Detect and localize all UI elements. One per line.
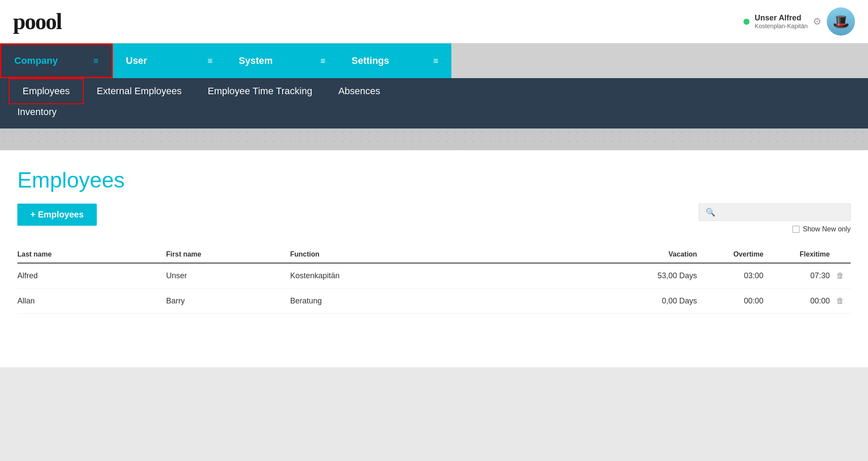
col-header-action: [836, 246, 851, 263]
hamburger-icon-company: ≡: [93, 56, 99, 66]
tab-system[interactable]: System ≡: [226, 43, 339, 78]
cell-vacation-0: 53,00 Days: [621, 263, 704, 289]
user-role: Kostenplan-Kapitän: [755, 23, 808, 30]
search-input[interactable]: [719, 208, 844, 216]
gear-icon[interactable]: ⚙: [813, 16, 822, 27]
user-name: Unser Alfred: [755, 13, 808, 23]
cell-flexitime-0: 07:30: [770, 263, 836, 289]
search-box: 🔍: [699, 204, 851, 221]
tab-system-label: System: [239, 55, 273, 66]
sub-nav-absences[interactable]: Absences: [325, 79, 393, 103]
table-header: Last name First name Function Vacation O…: [17, 246, 851, 263]
user-info: Unser Alfred Kostenplan-Kapitän ⚙ 🎩: [743, 7, 855, 36]
cell-vacation-1: 0,00 Days: [621, 289, 704, 314]
sub-nav-employee-time-tracking[interactable]: Employee Time Tracking: [195, 79, 326, 103]
tab-company[interactable]: Company ≡: [0, 43, 113, 78]
cell-function-1: Beratung: [290, 289, 621, 314]
cell-function-0: Kostenkapitän: [290, 263, 621, 289]
col-header-firstname: First name: [166, 246, 290, 263]
tab-company-label: Company: [14, 55, 58, 66]
employee-table: Last name First name Function Vacation O…: [17, 246, 851, 314]
tab-settings[interactable]: Settings ≡: [339, 43, 451, 78]
user-details: Unser Alfred Kostenplan-Kapitän: [755, 13, 808, 30]
tab-empty: [451, 43, 868, 78]
col-header-function: Function: [290, 246, 621, 263]
show-new-only-checkbox[interactable]: [792, 226, 799, 233]
sub-nav-employees[interactable]: Employees: [9, 78, 84, 104]
col-header-lastname: Last name: [17, 246, 166, 263]
table-body: Alfred Unser Kostenkapitän 53,00 Days 03…: [17, 263, 851, 314]
user-status-dot: [743, 19, 750, 25]
top-nav: Company ≡ User ≡ System ≡ Settings ≡: [0, 43, 868, 78]
show-new-only-label: Show New only: [803, 225, 851, 233]
cell-overtime-1: 00:00: [704, 289, 770, 314]
sub-nav-row1: Employees External Employees Employee Ti…: [9, 78, 859, 104]
dots-separator: [0, 128, 868, 150]
table-row: Allan Barry Beratung 0,00 Days 00:00 00:…: [17, 289, 851, 314]
hamburger-icon-settings: ≡: [433, 56, 438, 66]
header: poool Unser Alfred Kostenplan-Kapitän ⚙ …: [0, 0, 868, 43]
tab-user-label: User: [126, 55, 147, 66]
cell-action-0: 🗑: [836, 263, 851, 289]
avatar: 🎩: [827, 7, 855, 36]
delete-icon-1[interactable]: 🗑: [836, 296, 844, 305]
add-employees-button[interactable]: + Employees: [17, 204, 97, 226]
delete-icon-0[interactable]: 🗑: [836, 271, 844, 280]
hamburger-icon-user: ≡: [207, 56, 213, 66]
col-header-vacation: Vacation: [621, 246, 704, 263]
show-new-only: Show New only: [792, 225, 851, 233]
tab-settings-label: Settings: [352, 55, 389, 66]
cell-firstname-0: Unser: [166, 263, 290, 289]
cell-lastname-0: Alfred: [17, 263, 166, 289]
sub-nav: Employees External Employees Employee Ti…: [0, 78, 868, 128]
cell-lastname-1: Allan: [17, 289, 166, 314]
sub-nav-inventory[interactable]: Inventory: [9, 104, 70, 124]
table-row: Alfred Unser Kostenkapitän 53,00 Days 03…: [17, 263, 851, 289]
app-logo: poool: [13, 9, 61, 34]
cell-overtime-0: 03:00: [704, 263, 770, 289]
hamburger-icon-system: ≡: [320, 56, 326, 66]
search-area: 🔍 Show New only: [699, 204, 851, 233]
toolbar: + Employees 🔍 Show New only: [17, 204, 851, 233]
cell-firstname-1: Barry: [166, 289, 290, 314]
main-content: Employees + Employees 🔍 Show New only La…: [0, 150, 868, 367]
col-header-flexitime: Flexitime: [770, 246, 836, 263]
sub-nav-row2: Inventory: [9, 104, 859, 128]
page-title: Employees: [17, 168, 851, 193]
cell-action-1: 🗑: [836, 289, 851, 314]
col-header-overtime: Overtime: [704, 246, 770, 263]
tab-user[interactable]: User ≡: [113, 43, 226, 78]
cell-flexitime-1: 00:00: [770, 289, 836, 314]
search-icon: 🔍: [706, 207, 715, 217]
sub-nav-external-employees[interactable]: External Employees: [84, 79, 195, 103]
